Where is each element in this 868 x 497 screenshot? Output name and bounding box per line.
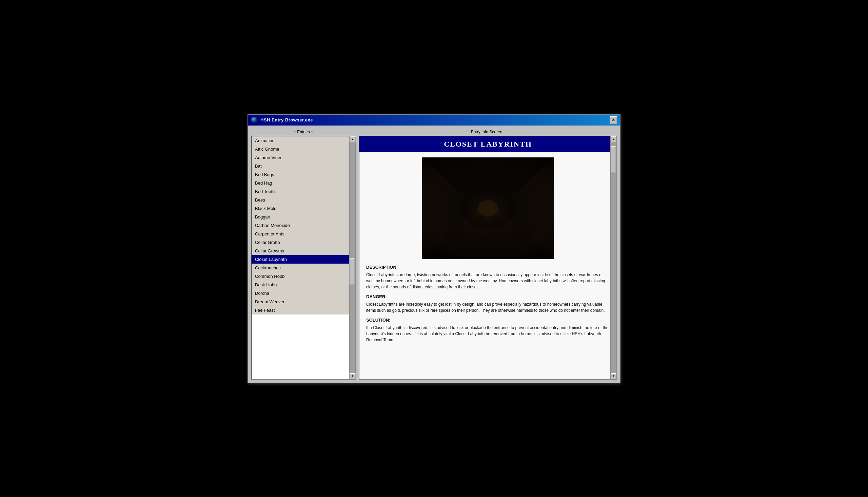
list-item[interactable]: Dream Weaver (252, 298, 349, 306)
list-item[interactable]: Cellar Grotto (252, 238, 349, 247)
section-headers: :: Entries :: ::: Entry Info Screen ::: (251, 128, 617, 136)
entry-scroll-track[interactable] (610, 142, 616, 373)
list-item[interactable]: Autumn Vines (252, 153, 349, 162)
scroll-track[interactable] (350, 142, 355, 373)
list-item[interactable]: Attic Gnome (252, 145, 349, 153)
entry-info-panel: Closet Labyrinth (359, 136, 617, 380)
description-text: Closet Labyrinths are large, twisting ne… (366, 272, 609, 290)
entry-scroll-down-button[interactable]: ▼ (610, 373, 617, 379)
window-body: :: Entries :: ::: Entry Info Screen ::: … (248, 126, 620, 383)
list-item[interactable]: Carpenter Ants (252, 230, 349, 238)
scroll-down-button[interactable]: ▼ (350, 373, 356, 379)
list-item[interactable]: Boggart (252, 213, 349, 221)
entry-image (422, 157, 554, 259)
list-item[interactable]: Bees (252, 196, 349, 204)
scroll-up-button[interactable]: ▲ (350, 137, 356, 142)
list-item[interactable]: Dorcha (252, 289, 349, 298)
list-item[interactable]: Fae Feast (252, 306, 349, 314)
entries-header: :: Entries :: (251, 128, 356, 136)
danger-text: Closet Labyrinths are incredibly easy to… (366, 301, 609, 313)
list-item[interactable]: Cockroaches (252, 264, 349, 272)
description-label: DESCRIPTION: (366, 265, 609, 270)
solution-label: SOLUTION: (366, 317, 609, 323)
application-window: HSH Entry Browser.exe ✕ :: Entries :: ::… (248, 114, 620, 383)
list-item[interactable]: Desk Hobb (252, 281, 349, 289)
entry-scrollbar[interactable]: ▲ ▼ (610, 137, 616, 379)
list-scrollbar[interactable]: ▲ ▼ (349, 137, 355, 379)
list-item[interactable]: Animation (252, 137, 349, 145)
svg-rect-25 (422, 157, 554, 259)
content-area: Animation Attic Gnome Autumn Vines Bat B… (251, 136, 617, 380)
close-button[interactable]: ✕ (609, 116, 617, 124)
entry-scroll-up-button[interactable]: ▲ (610, 137, 617, 142)
list-item[interactable]: Black Mold (252, 204, 349, 213)
list-item-selected[interactable]: Closet Labyrinth (252, 255, 349, 264)
list-item[interactable]: Bed Hag (252, 179, 349, 187)
list-item[interactable]: Cellar Growths (252, 247, 349, 255)
danger-label: DANGER: (366, 294, 609, 299)
app-icon (251, 117, 258, 124)
list-item[interactable]: Bed Teeth (252, 187, 349, 196)
list-item[interactable]: Bat (252, 162, 349, 170)
title-bar: HSH Entry Browser.exe ✕ (248, 115, 620, 126)
window-title: HSH Entry Browser.exe (261, 117, 607, 123)
list-items-container: Animation Attic Gnome Autumn Vines Bat B… (252, 137, 355, 314)
list-item[interactable]: Carbon Monoxide (252, 221, 349, 230)
corridor-visual (422, 157, 554, 259)
entry-content: DESCRIPTION: Closet Labyrinths are large… (359, 152, 616, 379)
list-item[interactable]: Common Hobb (252, 272, 349, 281)
entries-list-panel: Animation Attic Gnome Autumn Vines Bat B… (251, 136, 356, 380)
entry-scroll-thumb[interactable] (610, 146, 616, 173)
entry-image-container (366, 157, 609, 259)
entry-title: Closet Labyrinth (359, 137, 616, 152)
solution-text: If a Closet Labyrinth is discovered, it … (366, 325, 609, 343)
entry-info-header: ::: Entry Info Screen ::: (356, 128, 617, 136)
list-item[interactable]: Bed Bugs (252, 170, 349, 179)
scroll-thumb[interactable] (350, 258, 355, 285)
